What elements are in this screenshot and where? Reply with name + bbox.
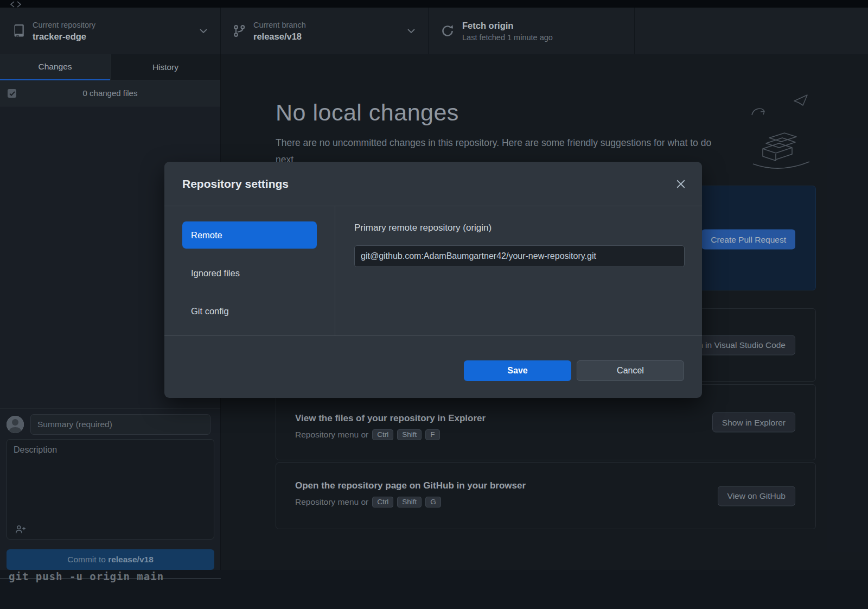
remote-url-label: Primary remote repository (origin)	[354, 223, 685, 233]
close-icon	[676, 179, 686, 189]
remote-url-input[interactable]	[354, 245, 685, 267]
save-button[interactable]: Save	[464, 360, 571, 381]
background-terminal-strip: git push -u origin main	[0, 570, 868, 609]
github-desktop-window: Current repository tracker-edge Current …	[0, 0, 868, 609]
dialog-footer: Save Cancel	[164, 335, 702, 397]
dialog-title: Repository settings	[182, 177, 289, 191]
nav-item-remote[interactable]: Remote	[182, 221, 317, 249]
nav-item-git-config[interactable]: Git config	[182, 297, 317, 325]
nav-item-ignored-files[interactable]: Ignored files	[182, 259, 317, 287]
dialog-body: Remote Ignored files Git config Primary …	[164, 206, 702, 335]
terminal-command-text: git push -u origin main	[9, 570, 164, 582]
settings-nav: Remote Ignored files Git config	[164, 206, 335, 335]
dialog-header: Repository settings	[164, 162, 702, 206]
repository-settings-dialog: Repository settings Remote Ignored files…	[164, 162, 702, 398]
cancel-button[interactable]: Cancel	[577, 360, 684, 381]
remote-settings-panel: Primary remote repository (origin)	[335, 206, 702, 335]
close-dialog-button[interactable]	[673, 176, 689, 192]
